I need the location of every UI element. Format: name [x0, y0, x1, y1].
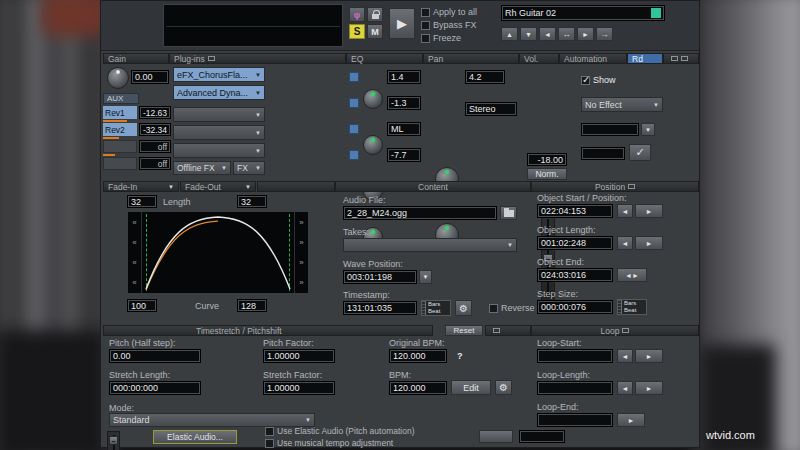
reverse-box[interactable]: [489, 304, 498, 313]
original-bpm-field[interactable]: 120.000: [389, 349, 447, 363]
tab-eq[interactable]: EQ: [346, 53, 423, 64]
eq-band-3-value[interactable]: ML: [387, 122, 421, 136]
fade-in-preset-strip[interactable]: ««««: [128, 212, 142, 293]
aux-send-1-value[interactable]: -12.63: [139, 106, 171, 119]
bpm-edit-button[interactable]: Edit: [451, 380, 491, 395]
loop-end-right-button[interactable]: ►: [617, 413, 645, 427]
tab-gain[interactable]: Gain: [103, 53, 169, 64]
automation-curve-arrow-button[interactable]: ▼: [641, 123, 655, 136]
loop-length-right-button[interactable]: ►: [635, 381, 663, 395]
tab-fade-in[interactable]: Fade-In▼: [103, 181, 179, 192]
aux-send-2-name[interactable]: Rev2: [103, 123, 137, 136]
nav-up-button[interactable]: ▲: [501, 27, 518, 41]
loop-header[interactable]: Loop: [531, 325, 699, 336]
aux-header[interactable]: AUX: [103, 93, 139, 104]
plugins-collapse-icon[interactable]: [208, 56, 215, 61]
step-size-field[interactable]: 000:00:076: [537, 300, 613, 314]
aux-send-4-name[interactable]: [103, 157, 137, 170]
object-end-step-button[interactable]: ◄►: [617, 268, 647, 282]
nav-swap-button[interactable]: ↔: [558, 27, 575, 41]
bottom-blank-button[interactable]: [479, 430, 513, 443]
fx-dropdown[interactable]: FX▼: [233, 161, 265, 175]
fade-out-preset-strip[interactable]: »»»»: [294, 212, 308, 293]
collapse-icon[interactable]: [671, 56, 678, 61]
apply-to-all-checkbox[interactable]: Apply to all: [421, 7, 477, 17]
loop-end-field[interactable]: [537, 413, 613, 427]
timestamp-settings-button[interactable]: ⚙: [455, 300, 472, 316]
play-button[interactable]: ▶: [389, 8, 415, 39]
object-end-field[interactable]: 024:03:016: [537, 268, 613, 282]
step-size-bars-beat-button[interactable]: BarsBeat: [617, 299, 647, 315]
aux-send-4-value[interactable]: off: [139, 157, 171, 170]
eq-band-2-value[interactable]: -1.3: [387, 96, 421, 110]
loop-start-field[interactable]: [537, 349, 613, 363]
audio-file-field[interactable]: 2_28_M24.ogg: [343, 206, 497, 220]
position-header[interactable]: Position: [531, 181, 699, 192]
solo-button[interactable]: S: [349, 24, 365, 39]
elastic-audio-button[interactable]: Elastic Audio...: [153, 430, 237, 444]
bottom-blank-field[interactable]: [519, 430, 565, 443]
fade-in-slider[interactable]: [107, 431, 120, 450]
use-elastic-box[interactable]: [265, 427, 274, 436]
loop-collapse-icon[interactable]: [622, 328, 629, 333]
use-elastic-checkbox[interactable]: Use Elastic Audio (Pitch automation): [265, 426, 414, 436]
aux-send-2-value[interactable]: -32.34: [139, 123, 171, 136]
eq-band-1-knob[interactable]: [363, 89, 383, 109]
mute-button[interactable]: M: [367, 24, 383, 39]
object-length-right-button[interactable]: ►: [635, 236, 663, 250]
timestretch-header[interactable]: Timestretch / Pitchshift: [103, 325, 433, 336]
reverse-checkbox[interactable]: Reverse: [489, 303, 535, 313]
gain-knob[interactable]: [107, 67, 129, 89]
fade-in-length-field[interactable]: 32: [127, 195, 157, 208]
use-musical-box[interactable]: [265, 439, 274, 448]
position-collapse-icon[interactable]: [628, 184, 635, 189]
pitch-field[interactable]: 0.00: [109, 349, 201, 363]
stretch-factor-field[interactable]: 1.00000: [263, 381, 335, 395]
freeze-checkbox[interactable]: Freeze: [421, 33, 461, 43]
eq-band-2-enable[interactable]: [349, 98, 359, 108]
tab-pan[interactable]: Pan: [423, 53, 519, 64]
timestamp-bars-beat-button[interactable]: BarsBeat: [421, 300, 451, 316]
timestretch-collapse-icon[interactable]: [493, 328, 500, 333]
browse-file-button[interactable]: [500, 206, 517, 220]
object-start-right-button[interactable]: ►: [635, 204, 663, 218]
tab-vol[interactable]: Vol.: [519, 53, 559, 64]
bpm-settings-button[interactable]: ⚙: [495, 380, 512, 395]
tab-automation[interactable]: Automation: [559, 53, 627, 64]
automation-edit-button[interactable]: ✓: [629, 144, 651, 161]
plugin-slot-2[interactable]: Advanced Dyna...▼: [173, 85, 265, 100]
volume-value-field[interactable]: -18.00: [527, 153, 567, 166]
pan-mode-field[interactable]: Stereo: [465, 102, 517, 116]
pitch-factor-field[interactable]: 1.00000: [263, 349, 335, 363]
takes-dropdown[interactable]: ▼: [343, 238, 517, 252]
fade-out-curve-field[interactable]: 128: [237, 299, 267, 312]
nav-next-button[interactable]: ►: [577, 27, 594, 41]
plugin-slot-3[interactable]: ▼: [173, 107, 265, 122]
tab-plugins[interactable]: Plug-ins: [169, 53, 346, 64]
eq-band-1-value[interactable]: 1.4: [387, 70, 421, 84]
aux-send-3-name[interactable]: [103, 140, 137, 153]
freeze-box[interactable]: [421, 34, 430, 43]
mode-dropdown[interactable]: Standard▼: [109, 413, 315, 427]
plugin-slot-5[interactable]: ▼: [173, 143, 265, 158]
automation-effect-dropdown[interactable]: No Effect▼: [581, 97, 663, 112]
eq-band-1-enable[interactable]: [349, 72, 359, 82]
tab-fade-out[interactable]: Fade-Out▼: [180, 181, 256, 192]
wave-position-arrow-button[interactable]: ▼: [419, 270, 432, 284]
automation-show-box[interactable]: [581, 76, 590, 85]
loop-length-field[interactable]: [537, 381, 613, 395]
automation-show-checkbox[interactable]: Show: [581, 75, 616, 85]
bpm-field[interactable]: 120.000: [389, 381, 447, 395]
eq-band-2-knob[interactable]: [363, 135, 383, 155]
offline-fx-dropdown[interactable]: Offline FX▼: [173, 161, 231, 175]
eq-band-4-enable[interactable]: [349, 150, 359, 160]
content-header[interactable]: Content: [335, 181, 531, 192]
wave-position-field[interactable]: 003:01:198: [343, 270, 417, 284]
normalize-button[interactable]: Norm.: [527, 168, 567, 180]
loop-start-left-button[interactable]: ◄: [617, 349, 633, 363]
preset-field[interactable]: Rh Guitar 02: [501, 5, 665, 21]
object-start-left-button[interactable]: ◄: [617, 204, 633, 218]
phase-invert-button[interactable]: φ: [349, 7, 365, 22]
plugin-slot-1[interactable]: eFX_ChorusFla...▼: [173, 67, 265, 82]
use-musical-checkbox[interactable]: Use musical tempo adjustment: [265, 438, 393, 448]
